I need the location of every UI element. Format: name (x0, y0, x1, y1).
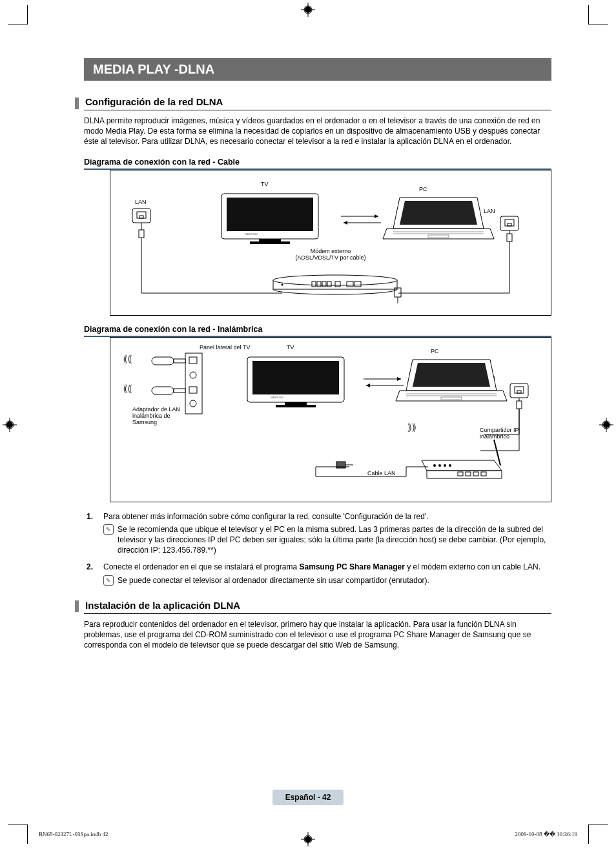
diagram-wireless: Panel lateral del TV TV PC LAN Adaptador… (110, 337, 551, 502)
crop-mark (589, 824, 608, 824)
cable-plug-icon (335, 459, 354, 475)
svg-rect-22 (227, 198, 313, 231)
svg-rect-61 (174, 359, 185, 363)
section-intro: Para reproducir contenidos del ordenador… (84, 619, 551, 651)
label-pc: PC (419, 186, 427, 192)
heading-bar-icon (75, 600, 79, 612)
step-text: Para obtener más información sobre cómo … (103, 512, 429, 521)
svg-rect-65 (252, 361, 339, 394)
svg-marker-73 (366, 384, 370, 387)
lan-port-icon (132, 208, 154, 242)
crop-mark (8, 824, 27, 824)
print-footer: BN68-02327L-03Spa.indb 42 2009-10-08 �� … (39, 831, 577, 837)
svg-rect-26 (250, 241, 290, 244)
note: ✎ Se puede conectar el televisor al orde… (103, 575, 551, 586)
svg-marker-30 (344, 221, 347, 225)
svg-rect-25 (259, 239, 281, 241)
note-icon: ✎ (103, 524, 114, 535)
svg-rect-69 (276, 405, 316, 407)
steps-list: Para obtener más información sobre cómo … (84, 511, 551, 586)
note-text: Se puede conectar el televisor al ordena… (118, 575, 551, 586)
svg-marker-32 (400, 201, 477, 225)
laptop-icon (380, 196, 497, 250)
step-text-part: Conecte el ordenador en el que se instal… (103, 562, 300, 571)
svg-marker-28 (375, 214, 378, 218)
svg-rect-63 (174, 389, 185, 393)
svg-rect-40 (507, 234, 512, 241)
svg-rect-62 (152, 387, 174, 394)
section-intro: DLNA permite reproducir imágenes, música… (84, 116, 551, 147)
note-text: Se le recomienda que ubique el televisor… (118, 524, 551, 556)
cable-plug-icon (392, 287, 405, 307)
diagram-subtitle: Diagrama de conexión con la red - Cable (84, 158, 551, 170)
lan-port-icon (500, 216, 522, 245)
router-icon (416, 435, 507, 488)
label-cable: Cable LAN (367, 470, 396, 476)
list-item: Para obtener más información sobre cómo … (84, 511, 551, 556)
section-title: Instalación de la aplicación DLNA (85, 600, 240, 613)
svg-rect-19 (139, 230, 144, 238)
arrows-icon (338, 212, 384, 230)
laptop-icon (393, 358, 509, 412)
crop-mark (27, 5, 28, 25)
section-heading: Instalación de la aplicación DLNA (84, 600, 551, 614)
wifi-icon: ⸩⸩ (407, 422, 416, 433)
svg-point-91 (449, 464, 451, 467)
wifi-icon: ⸨⸨ (123, 383, 132, 394)
svg-marker-75 (413, 363, 490, 387)
svg-rect-68 (285, 402, 307, 405)
svg-rect-83 (517, 401, 522, 409)
crop-mark (8, 25, 27, 25)
svg-text:SAMSUNG: SAMSUNG (245, 232, 258, 236)
diagram-cable: TV PC LAN LAN Módem externo (ADSL/VDSL/T… (110, 170, 551, 316)
label-adapter-l3: Samsung (132, 419, 157, 425)
svg-rect-23 (227, 231, 313, 236)
page-number-pill: Español - 42 (272, 790, 344, 805)
lan-port-icon (509, 383, 531, 412)
svg-point-88 (433, 464, 436, 467)
heading-bar-icon (75, 97, 79, 109)
section-title: Configuración de la red DLNA (85, 96, 223, 110)
label-tv: TV (261, 181, 269, 187)
tv-icon: SAMSUNG (245, 356, 348, 416)
svg-rect-96 (336, 462, 345, 468)
registration-mark-icon (3, 418, 17, 432)
doc-filename: BN68-02327L-03Spa.indb 42 (39, 831, 108, 837)
svg-rect-55 (185, 353, 202, 414)
step-bold: Samsung PC Share Manager (300, 562, 405, 571)
svg-text:SAMSUNG: SAMSUNG (271, 396, 283, 399)
step-text-part: y el módem externo con un cable LAN. (405, 562, 540, 571)
doc-timestamp: 2009-10-08 �� 10:36:19 (515, 831, 578, 837)
page-footer: Español - 42 (0, 790, 616, 805)
footer-page: 42 (322, 793, 331, 802)
crop-mark (589, 25, 608, 25)
svg-point-52 (282, 283, 283, 285)
tv-side-panel-icon (135, 352, 206, 418)
note-icon: ✎ (103, 575, 114, 586)
modem-icon (271, 267, 400, 298)
crop-mark (588, 824, 589, 844)
list-item: Conecte el ordenador en el que se instal… (84, 562, 551, 585)
label-pc: PC (431, 348, 439, 354)
svg-point-90 (444, 464, 446, 467)
section-heading: Configuración de la red DLNA (84, 96, 551, 110)
page-title: MEDIA PLAY -DLNA (93, 62, 214, 76)
tv-icon: SAMSUNG (219, 192, 322, 252)
registration-mark-icon (599, 418, 613, 432)
label-modem-line2: (ADSL/VDSL/TV por cable) (295, 254, 365, 261)
crop-mark (588, 5, 589, 25)
note: ✎ Se le recomienda que ubique el televis… (103, 524, 551, 556)
svg-point-89 (438, 464, 441, 467)
label-router-l1: Compartidor IP (480, 427, 519, 433)
page-title-bar: MEDIA PLAY -DLNA (84, 58, 551, 81)
diagram-subtitle: Diagrama de conexión con la red - Inalám… (84, 325, 551, 337)
svg-rect-60 (152, 357, 174, 365)
svg-marker-87 (427, 471, 502, 478)
label-panel: Panel lateral del TV (200, 344, 250, 351)
wifi-icon: ⸨⸨ (123, 353, 132, 364)
crop-mark (27, 824, 28, 844)
registration-mark-icon (301, 3, 315, 17)
label-lan-left: LAN (135, 199, 147, 205)
footer-lang: Español - (285, 793, 322, 802)
svg-rect-53 (395, 288, 401, 297)
